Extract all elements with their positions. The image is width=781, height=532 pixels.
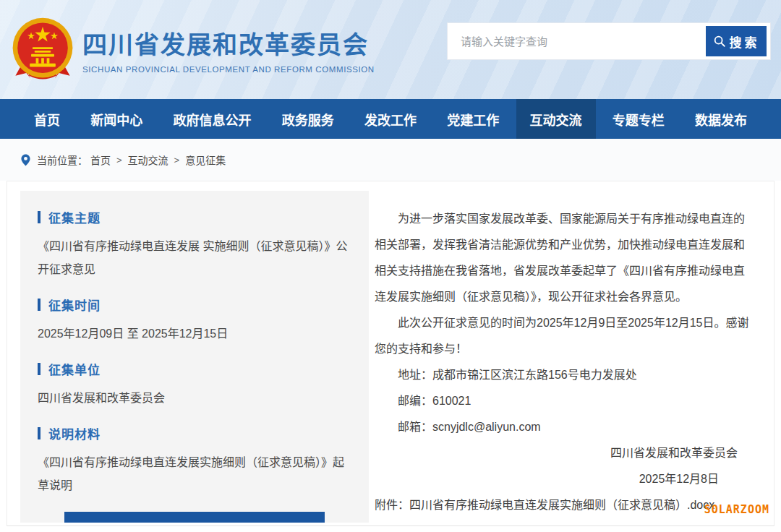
nav-item-services[interactable]: 政务服务 (268, 99, 348, 139)
section-time: 征集时间 2025年12月09日 至 2025年12月15日 (38, 296, 351, 346)
blue-bar-icon (38, 363, 40, 375)
breadcrumb: 当前位置： 首页 > 互动交流 > 意见征集 (0, 139, 781, 181)
section-material-content[interactable]: 《四川省有序推动绿电直连发展实施细则（征求意见稿）》起草说明 (38, 451, 351, 497)
section-unit-heading: 征集单位 (48, 360, 101, 378)
section-material-heading: 说明材料 (48, 424, 101, 442)
search-icon (713, 35, 726, 48)
consultation-info-panel: 征集主题 《四川省有序推动绿电直连发展 实施细则（征求意见稿）》公开征求意见 征… (20, 191, 369, 523)
site-title: 四川省发展和改革委员会 (82, 25, 375, 61)
brand-text: 四川省发展和改革委员会 SICHUAN PROVINCIAL DEVELOPME… (82, 25, 375, 74)
section-topic-heading: 征集主题 (48, 208, 101, 226)
search-button[interactable]: 搜索 (706, 26, 767, 56)
section-topic-content: 《四川省有序推动绿电直连发展 实施细则（征求意见稿）》公开征求意见 (38, 235, 351, 281)
site-subtitle: SICHUAN PROVINCIAL DEVELOPMENT AND REFOR… (82, 65, 375, 74)
search-button-label: 搜索 (730, 33, 760, 51)
nav-item-interaction[interactable]: 互动交流 (516, 99, 596, 139)
article-email: 邮箱：scnyjdlc@aliyun.com (375, 414, 752, 440)
notice-article: 为进一步落实国家发展改革委、国家能源局关于有序推动绿电直连的相关部署，发挥我省清… (369, 181, 774, 525)
article-attachment-link[interactable]: 附件：四川省有序推动绿电直连发展实施细则（征求意见稿）.docx (375, 492, 752, 518)
search-input[interactable] (448, 23, 706, 59)
site-header: 四川省发展和改革委员会 SICHUAN PROVINCIAL DEVELOPME… (0, 0, 781, 99)
breadcrumb-home[interactable]: 首页 (90, 153, 111, 167)
nav-item-home[interactable]: 首页 (20, 99, 74, 139)
breadcrumb-separator: > (116, 155, 122, 166)
section-topic: 征集主题 《四川省有序推动绿电直连发展 实施细则（征求意见稿）》公开征求意见 (38, 208, 351, 281)
article-paragraph-1: 为进一步落实国家发展改革委、国家能源局关于有序推动绿电直连的相关部署，发挥我省清… (375, 206, 752, 310)
breadcrumb-separator: > (174, 155, 180, 166)
breadcrumb-current[interactable]: 意见征集 (185, 153, 226, 167)
participate-button[interactable]: 我要参与 (64, 512, 325, 523)
brand: 四川省发展和改革委员会 SICHUAN PROVINCIAL DEVELOPME… (9, 16, 375, 84)
nav-item-news[interactable]: 新闻中心 (77, 99, 156, 139)
article-date: 2025年12月8日 (375, 466, 752, 492)
section-time-content: 2025年12月09日 至 2025年12月15日 (38, 322, 351, 346)
section-material: 说明材料 《四川省有序推动绿电直连发展实施细则（征求意见稿）》起草说明 (38, 424, 351, 497)
nav-item-gov-info[interactable]: 政府信息公开 (160, 99, 265, 139)
nav-item-special[interactable]: 专题专栏 (599, 99, 678, 139)
blue-bar-icon (38, 211, 40, 223)
nav-item-party-work[interactable]: 党建工作 (433, 99, 513, 139)
nav-item-data[interactable]: 数据发布 (681, 99, 761, 139)
location-pin-icon (20, 154, 31, 166)
blue-bar-icon (38, 427, 40, 439)
section-material-head: 说明材料 (38, 424, 351, 442)
section-time-heading: 征集时间 (48, 296, 101, 314)
search-box: 搜索 (447, 22, 771, 60)
section-topic-head: 征集主题 (38, 208, 351, 226)
content-card: 征集主题 《四川省有序推动绿电直连发展 实施细则（征求意见稿）》公开征求意见 征… (7, 181, 774, 526)
section-unit-content: 四川省发展和改革委员会 (38, 387, 351, 410)
china-national-emblem-icon (9, 16, 77, 84)
main-nav: 首页 新闻中心 政府信息公开 政务服务 发改工作 党建工作 互动交流 专题专栏 … (0, 99, 781, 139)
blue-bar-icon (38, 299, 40, 311)
article-paragraph-2: 此次公开征求意见的时间为2025年12月9日至2025年12月15日。感谢您的支… (375, 310, 752, 362)
section-time-head: 征集时间 (38, 296, 351, 314)
breadcrumb-label: 当前位置： (37, 153, 88, 167)
section-unit-head: 征集单位 (38, 360, 351, 378)
nav-item-ndrc-work[interactable]: 发改工作 (351, 99, 430, 139)
article-signature: 四川省发展和改革委员会 (375, 440, 752, 466)
section-unit: 征集单位 四川省发展和改革委员会 (38, 360, 351, 410)
article-postcode: 邮编：610021 (375, 388, 752, 414)
solarzoom-watermark: SOLARZOOM (704, 503, 769, 516)
breadcrumb-interaction[interactable]: 互动交流 (128, 153, 168, 167)
article-address: 地址：成都市锦江区滨江东路156号电力发展处 (375, 362, 752, 388)
